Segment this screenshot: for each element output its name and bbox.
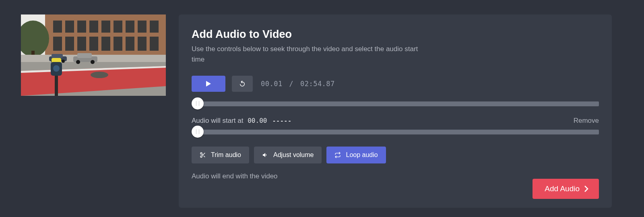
svg-rect-17 (101, 37, 110, 51)
adjust-volume-button[interactable]: Adjust volume (254, 147, 322, 163)
svg-point-41 (200, 153, 202, 154)
playback-controls: 00.01 / 02:54.87 (192, 76, 599, 92)
svg-rect-12 (150, 21, 159, 33)
svg-rect-13 (53, 37, 62, 51)
seek-handle[interactable] (192, 97, 204, 110)
current-time: 00.01 (261, 80, 283, 88)
svg-rect-15 (77, 37, 86, 51)
svg-rect-8 (101, 21, 110, 33)
page-title: Add Audio to Video (192, 28, 599, 41)
audio-start-label: Audio will start at 00.00 ----- (192, 117, 292, 125)
svg-point-34 (76, 60, 80, 64)
replay-icon (239, 80, 246, 87)
scissors-icon (200, 152, 206, 158)
replay-button[interactable] (232, 76, 253, 92)
loop-audio-button[interactable]: Loop audio (326, 147, 386, 163)
svg-point-42 (200, 156, 202, 157)
remove-link[interactable]: Remove (574, 117, 599, 125)
play-icon (206, 81, 211, 87)
svg-rect-16 (89, 37, 98, 51)
svg-rect-33 (77, 53, 92, 58)
svg-rect-21 (150, 37, 159, 51)
svg-rect-6 (77, 21, 86, 33)
svg-rect-19 (126, 37, 134, 51)
svg-rect-7 (89, 21, 98, 33)
svg-rect-5 (65, 21, 74, 33)
volume-icon (262, 152, 268, 158)
time-separator: / (287, 80, 296, 88)
page-subtitle: Use the controls below to seek through t… (192, 44, 429, 64)
add-audio-button[interactable]: Add Audio (533, 179, 599, 199)
svg-rect-9 (114, 21, 122, 33)
total-time: 02:54.87 (300, 80, 335, 88)
loop-icon (334, 152, 341, 158)
svg-point-31 (62, 60, 65, 63)
svg-rect-11 (138, 21, 147, 33)
svg-point-36 (91, 72, 108, 78)
svg-rect-14 (65, 37, 74, 51)
audio-start-handle[interactable] (192, 126, 204, 138)
audio-start-placeholder: ----- (273, 117, 292, 124)
audio-start-value: 00.00 (248, 117, 267, 124)
svg-line-45 (202, 154, 203, 155)
svg-rect-29 (52, 54, 63, 58)
video-seek-slider[interactable] (192, 100, 599, 107)
svg-rect-4 (53, 21, 62, 33)
audio-start-slider[interactable] (192, 128, 599, 135)
svg-rect-18 (114, 37, 122, 51)
editor-panel: Add Audio to Video Use the controls belo… (179, 14, 612, 208)
svg-rect-37 (55, 74, 58, 96)
svg-rect-10 (126, 21, 134, 33)
svg-point-35 (91, 60, 95, 64)
chevron-right-icon (584, 186, 588, 192)
video-thumbnail[interactable] (21, 14, 166, 96)
time-display: 00.01 / 02:54.87 (261, 80, 335, 88)
svg-point-40 (53, 65, 60, 72)
svg-rect-20 (138, 37, 147, 51)
trim-audio-button[interactable]: Trim audio (192, 147, 249, 163)
play-button[interactable] (192, 76, 225, 92)
svg-line-44 (204, 156, 205, 157)
